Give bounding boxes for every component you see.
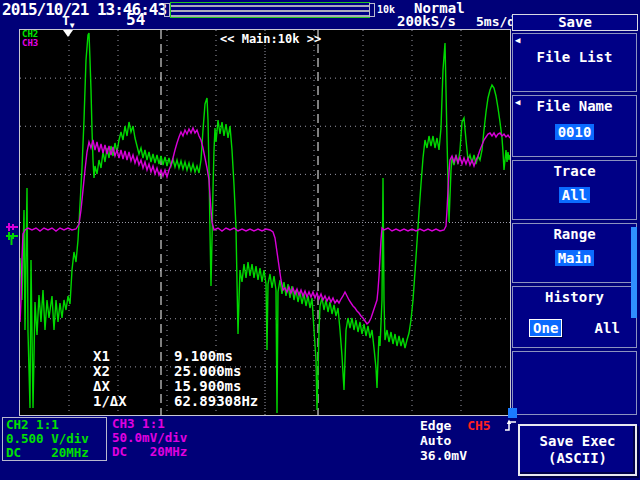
trigger-source: CH5 bbox=[467, 418, 490, 433]
file-name-left-triangle-icon: ◀ bbox=[515, 97, 520, 107]
ch3-coupling: DC 20MHz bbox=[112, 445, 222, 459]
file-name-value[interactable]: 0010 bbox=[555, 124, 595, 140]
trigger-t-label: T bbox=[62, 13, 70, 28]
menu-title-text: Save bbox=[558, 14, 592, 30]
cursor-x2-value: 25.000ms bbox=[174, 363, 241, 379]
trigger-position-marker[interactable] bbox=[63, 30, 73, 37]
range-value[interactable]: Main bbox=[555, 250, 595, 266]
history-label: History bbox=[513, 289, 636, 305]
ch3-scale: 50.0mV/div bbox=[112, 431, 222, 445]
trigger-type-row: Edge CH5 bbox=[420, 418, 517, 433]
history-option-all[interactable]: All bbox=[595, 320, 620, 336]
ch2-name: CH2 1:1 bbox=[6, 418, 103, 432]
trace-value[interactable]: All bbox=[559, 187, 590, 203]
file-list-button[interactable]: ◀ File List bbox=[512, 33, 637, 92]
cursor-dx-label: ΔX bbox=[93, 379, 174, 394]
history-button[interactable]: History One All bbox=[512, 286, 637, 348]
acquisition-memory-bar bbox=[170, 2, 370, 18]
cursor-freq-label: 1/ΔX bbox=[93, 394, 174, 409]
cursor-x1-label: X1 bbox=[93, 349, 174, 364]
trace-label: Trace bbox=[513, 163, 636, 179]
cursor-freq-value: 62.89308Hz bbox=[174, 393, 258, 409]
menu-page-marker bbox=[508, 408, 517, 418]
file-list-label: File List bbox=[513, 49, 636, 65]
history-record-number: 54 bbox=[126, 10, 145, 29]
trigger-level: 36.0mV bbox=[420, 448, 517, 463]
ch2-info-box[interactable]: CH2 1:1 0.500 V/div DC 20MHz bbox=[2, 417, 107, 461]
range-button[interactable]: Range Main bbox=[512, 223, 637, 283]
cursor-row-dx: ΔX15.900ms bbox=[93, 379, 258, 394]
ch2-position-marker-icon[interactable] bbox=[5, 231, 19, 247]
save-exec-button[interactable]: Save Exec (ASCII) bbox=[518, 424, 637, 476]
sample-rate-label: 200kS/s bbox=[397, 13, 456, 29]
cursor-readout: X19.100ms X225.000ms ΔX15.900ms 1/ΔX62.8… bbox=[93, 349, 258, 409]
trigger-position-indicator: T▼ bbox=[62, 13, 75, 28]
save-exec-line1: Save Exec bbox=[540, 433, 616, 449]
save-exec-line2: (ASCII) bbox=[548, 450, 607, 466]
record-zoom-label: << Main:10k >> bbox=[220, 32, 321, 46]
range-label: Range bbox=[513, 226, 636, 242]
trace-button[interactable]: Trace All bbox=[512, 160, 637, 220]
trigger-mode: Auto bbox=[420, 433, 517, 448]
ch3-trace-label: CH3 bbox=[22, 39, 38, 48]
trigger-info: Edge CH5 Auto 36.0mV bbox=[420, 418, 517, 463]
cursor-row-x2: X225.000ms bbox=[93, 364, 258, 379]
cursor-x1-value: 9.100ms bbox=[174, 348, 233, 364]
cursor-dx-value: 15.900ms bbox=[174, 378, 241, 394]
acq-bar-right-bracket bbox=[369, 3, 375, 17]
ch3-info-box[interactable]: CH3 1:1 50.0mV/div DC 20MHz bbox=[112, 417, 222, 461]
menu-scroll-indicator bbox=[631, 227, 637, 318]
cursor-x2-label: X2 bbox=[93, 364, 174, 379]
timebase-label: 5ms/d bbox=[476, 14, 515, 29]
ch2-coupling: DC 20MHz bbox=[6, 446, 103, 460]
cursor-row-x1: X19.100ms bbox=[93, 349, 258, 364]
file-name-label: File Name bbox=[513, 98, 636, 114]
cursor-row-freq: 1/ΔX62.89308Hz bbox=[93, 394, 258, 409]
ch2-scale: 0.500 V/div bbox=[6, 432, 103, 446]
oscilloscope-screen: 2015/10/21 13:46:43 T▼ 54 10k Normal 200… bbox=[0, 0, 640, 480]
history-option-one[interactable]: One bbox=[529, 319, 562, 337]
rising-edge-icon bbox=[504, 418, 517, 432]
empty-menu-box bbox=[512, 351, 637, 415]
file-name-button[interactable]: ◀ File Name 0010 bbox=[512, 95, 637, 157]
trigger-type: Edge bbox=[420, 418, 451, 433]
menu-title: Save bbox=[512, 14, 638, 31]
ch3-name: CH3 1:1 bbox=[112, 417, 222, 431]
memory-length-label: 10k bbox=[377, 4, 395, 15]
file-list-left-triangle-icon: ◀ bbox=[515, 35, 520, 45]
waveform-display-area[interactable]: CH2 CH3 << Main:10k >> X19.100ms X225.00… bbox=[19, 29, 511, 416]
